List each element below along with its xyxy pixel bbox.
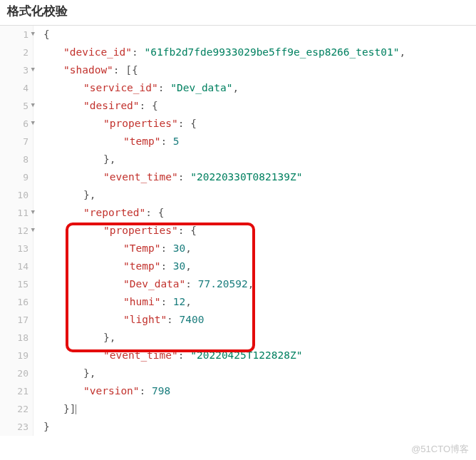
json-number: 5 bbox=[173, 136, 180, 147]
code-line: 12 ▼ "properties": { bbox=[0, 222, 476, 240]
json-key: "version" bbox=[83, 385, 140, 397]
json-string: "20220425T122828Z" bbox=[190, 349, 302, 361]
code-line: 20 }, bbox=[0, 364, 476, 382]
fold-toggle-icon[interactable]: ▼ bbox=[31, 66, 35, 73]
json-number: 798 bbox=[152, 385, 170, 397]
code-line: 13 "Temp": 30, bbox=[0, 240, 476, 257]
code-line: 22 }] bbox=[0, 400, 476, 418]
json-key: "shadow" bbox=[63, 64, 113, 76]
line-number: 22 bbox=[0, 400, 33, 418]
code-line: 6 ▼ "properties": { bbox=[0, 115, 476, 133]
line-number: 8 bbox=[0, 150, 33, 168]
line-number: 16 bbox=[0, 293, 33, 311]
code-line: 19 "event_time": "20220425T122828Z" bbox=[0, 347, 476, 364]
line-number: 23 bbox=[0, 418, 33, 436]
code-line: 21 "version": 798 bbox=[0, 382, 476, 400]
json-key: "event_time" bbox=[103, 171, 178, 183]
json-key: "properties" bbox=[103, 225, 178, 236]
code-line: 4 "service_id": "Dev_data", bbox=[0, 79, 476, 97]
json-key: "event_time" bbox=[103, 349, 178, 361]
line-number: 1 ▼ bbox=[0, 26, 33, 44]
code-line: 11 ▼ "reported": { bbox=[0, 204, 476, 222]
json-key: "humi" bbox=[123, 296, 160, 307]
line-number: 10 bbox=[0, 186, 33, 204]
code-line: 3 ▼ "shadow": [{ bbox=[0, 61, 476, 79]
code-line: 18 }, bbox=[0, 329, 476, 347]
watermark: @51CTO博客 bbox=[411, 443, 469, 456]
code-line: 15 "Dev_data": 77.20592, bbox=[0, 275, 476, 293]
line-number: 20 bbox=[0, 364, 33, 382]
json-key: "reported" bbox=[83, 207, 145, 218]
line-number: 17 bbox=[0, 311, 33, 329]
json-key: "light" bbox=[123, 314, 167, 325]
line-number: 3 ▼ bbox=[0, 61, 33, 79]
line-number: 11 ▼ bbox=[0, 204, 33, 222]
json-key: "Temp" bbox=[123, 242, 160, 254]
line-number: 21 bbox=[0, 382, 33, 400]
json-key: "device_id" bbox=[63, 46, 132, 58]
line-number: 13 bbox=[0, 240, 33, 257]
line-number: 19 bbox=[0, 347, 33, 364]
json-editor[interactable]: 1 ▼ { 2 "device_id": "61fb2d7fde9933029b… bbox=[0, 25, 476, 436]
line-number: 5 ▼ bbox=[0, 97, 33, 115]
json-key: "service_id" bbox=[83, 82, 158, 93]
line-number: 15 bbox=[0, 275, 33, 293]
line-number: 7 bbox=[0, 133, 33, 150]
fold-toggle-icon[interactable]: ▼ bbox=[31, 120, 35, 126]
code-line: 5 ▼ "desired": { bbox=[0, 97, 476, 115]
code-line: 14 "temp": 30, bbox=[0, 257, 476, 275]
line-number: 9 bbox=[0, 168, 33, 186]
code-line: 7 "temp": 5 bbox=[0, 133, 476, 150]
json-string: "Dev_data" bbox=[170, 82, 232, 93]
json-string: "20220330T082139Z" bbox=[190, 171, 302, 183]
fold-toggle-icon[interactable]: ▼ bbox=[31, 209, 35, 215]
json-number: 7400 bbox=[180, 314, 205, 325]
json-number: 12 bbox=[173, 296, 185, 307]
line-number: 2 bbox=[0, 44, 33, 61]
json-number: 77.20592 bbox=[198, 278, 248, 290]
json-string: "61fb2d7fde9933029be5ff9e_esp8266_test01… bbox=[145, 46, 400, 58]
code-line: 10 }, bbox=[0, 186, 476, 204]
json-key: "desired" bbox=[83, 100, 140, 111]
json-key: "temp" bbox=[123, 260, 160, 272]
line-number: 18 bbox=[0, 329, 33, 347]
code-line: 23 } bbox=[0, 418, 476, 436]
line-number: 4 bbox=[0, 79, 33, 97]
json-number: 30 bbox=[173, 242, 185, 254]
line-number: 6 ▼ bbox=[0, 115, 33, 133]
code-line: 17 "light": 7400 bbox=[0, 311, 476, 329]
fold-toggle-icon[interactable]: ▼ bbox=[31, 227, 35, 233]
json-key: "properties" bbox=[103, 118, 178, 129]
code-line: 16 "humi": 12, bbox=[0, 293, 476, 311]
json-key: "temp" bbox=[123, 136, 160, 147]
code-line: 2 "device_id": "61fb2d7fde9933029be5ff9e… bbox=[0, 44, 476, 61]
code-line: 9 "event_time": "20220330T082139Z" bbox=[0, 168, 476, 186]
line-number: 12 ▼ bbox=[0, 222, 33, 240]
json-key: "Dev_data" bbox=[123, 278, 185, 290]
code-line: 1 ▼ { bbox=[0, 26, 476, 44]
code-line: 8 }, bbox=[0, 150, 476, 168]
json-number: 30 bbox=[173, 260, 185, 272]
line-number: 14 bbox=[0, 257, 33, 275]
fold-toggle-icon[interactable]: ▼ bbox=[31, 31, 35, 37]
fold-toggle-icon[interactable]: ▼ bbox=[31, 102, 35, 108]
page-title: 格式化校验 bbox=[0, 0, 476, 25]
